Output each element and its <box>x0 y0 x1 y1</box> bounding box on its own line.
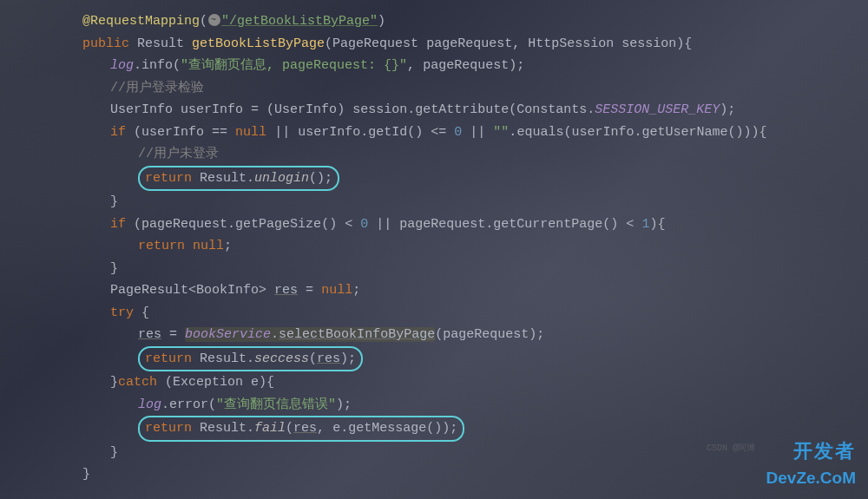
code-line-10: if (pageRequest.getPageSize() < 0 || pag… <box>82 213 868 236</box>
annotation: @RequestMapping <box>82 14 200 29</box>
code-line-17: }catch (Exception e){ <box>82 371 868 394</box>
code-line-5: UserInfo userInfo = (UserInfo) session.g… <box>82 99 868 121</box>
site-watermark: 开发者 DevZe.CoM <box>766 435 856 492</box>
code-line-7: //用户未登录 <box>82 143 868 166</box>
code-line-8: return Result.unlogin(); <box>82 166 868 192</box>
highlight-box: return Result.seccess(res); <box>138 346 363 372</box>
code-line-13: PageResult<BookInfo> res = null; <box>82 279 868 302</box>
code-line-15: res = bookService.selectBookInfoByPage(p… <box>82 324 868 346</box>
code-line-16: return Result.seccess(res); <box>82 346 868 372</box>
code-line-12: } <box>82 258 868 280</box>
watermark-en: DevZe.CoM <box>766 464 856 492</box>
code-line-6: if (userInfo == null || userInfo.getId()… <box>82 121 868 144</box>
code-line-14: try { <box>82 302 868 325</box>
code-line-3: log.info("查询翻页信息, pageRequest: {}", page… <box>82 55 868 77</box>
highlight-box: return Result.fail(res, e.getMessage()); <box>138 416 464 442</box>
code-editor[interactable]: @RequestMapping("/getBookListByPage") pu… <box>0 0 868 496</box>
code-line-9: } <box>82 191 868 213</box>
watermark-cn: 开发者 <box>766 435 856 467</box>
code-line-21: } <box>82 463 868 486</box>
globe-icon <box>208 14 220 26</box>
code-line-20: } <box>82 442 868 464</box>
code-line-1: @RequestMapping("/getBookListByPage") <box>82 10 868 33</box>
code-line-2: public Result getBookListByPage(PageRequ… <box>82 33 868 56</box>
code-line-4: //用户登录检验 <box>82 77 868 100</box>
code-line-11: return null; <box>82 235 868 258</box>
code-line-18: log.error("查询翻页信息错误"); <box>82 394 868 417</box>
code-line-19: return Result.fail(res, e.getMessage()); <box>82 416 868 442</box>
highlight-box: return Result.unlogin(); <box>138 166 339 192</box>
